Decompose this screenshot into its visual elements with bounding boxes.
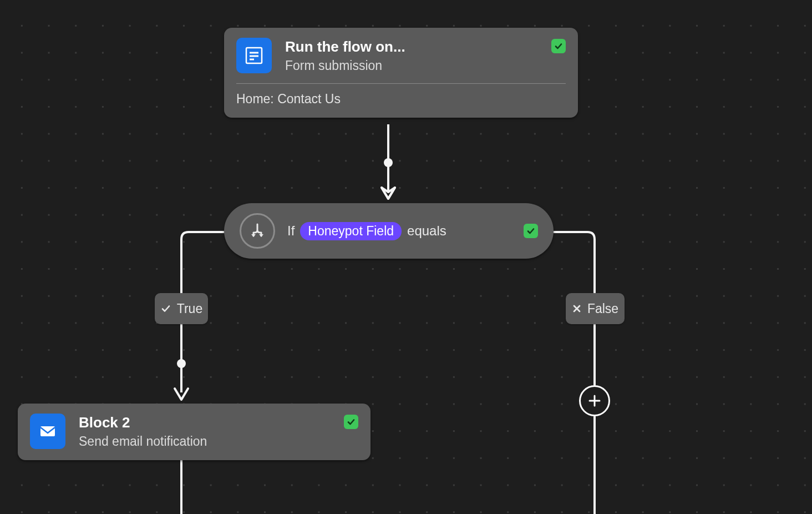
trigger-node[interactable]: Run the flow on... Form submission Home:… [224,28,578,118]
condition-operator: equals [407,223,446,239]
svg-rect-11 [40,426,55,436]
condition-expression: If Honeypot Field equals [287,222,446,240]
branch-label-false[interactable]: False [566,293,625,324]
flow-canvas[interactable]: Run the flow on... Form submission Home:… [0,0,812,514]
close-icon [572,304,582,314]
divider [236,83,566,84]
branch-label-true[interactable]: True [155,293,208,324]
status-check-icon [524,224,538,238]
condition-node[interactable]: If Honeypot Field equals [224,203,554,259]
plus-icon [587,394,602,408]
condition-field-token[interactable]: Honeypot Field [300,222,402,240]
status-check-icon [551,39,566,53]
branch-true-text: True [177,301,202,316]
form-icon [236,38,272,73]
svg-point-3 [177,359,186,368]
check-icon [160,303,171,314]
action-node[interactable]: Block 2 Send email notification [18,404,371,460]
branch-false-text: False [587,301,618,316]
action-subtitle: Send email notification [79,434,358,449]
trigger-title: Run the flow on... [285,38,566,56]
condition-prefix: If [287,223,295,239]
mail-icon [30,414,65,449]
trigger-detail: Home: Contact Us [236,92,566,107]
status-check-icon [344,415,358,429]
branch-icon [240,213,275,249]
action-title: Block 2 [79,414,358,432]
svg-point-1 [384,158,393,167]
add-step-button[interactable] [579,385,610,416]
trigger-subtitle: Form submission [285,58,566,73]
